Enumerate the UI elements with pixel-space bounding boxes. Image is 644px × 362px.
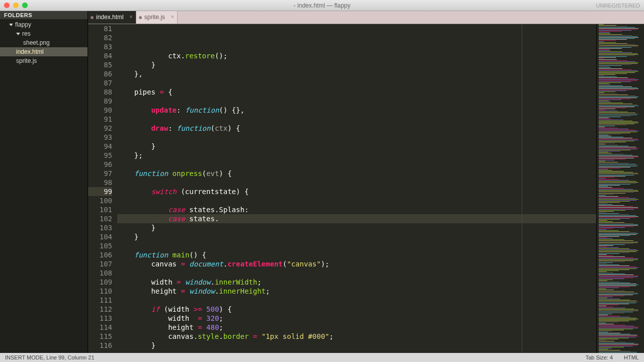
token: : [177,106,185,114]
code-line[interactable]: switch (currentstate) { [117,187,596,196]
license-status: UNREGISTERED [596,3,640,9]
minimap-line [599,141,634,141]
line-number[interactable]: 90 [88,106,112,115]
line-number[interactable]: 81 [88,24,112,33]
line-number-gutter[interactable]: 8182838485868788899091929394959697989910… [88,24,117,353]
line-number[interactable]: 113 [88,314,112,323]
code-line[interactable] [117,133,596,142]
code-line[interactable]: case states. [117,214,596,223]
code-line[interactable]: if (width >= 500) { [117,305,596,314]
code-line[interactable]: update: function() {}, [117,106,596,115]
code-line[interactable] [117,160,596,169]
code-line[interactable]: } [117,142,596,151]
code-line[interactable]: function onpress(evt) { [117,169,596,178]
file-item[interactable]: sprite.js [0,56,88,65]
line-number[interactable]: 98 [88,178,112,187]
line-number[interactable]: 102 [88,214,112,223]
folder-tree[interactable]: flappyressheet.pngindex.htmlsprite.js [0,19,88,65]
line-number[interactable]: 108 [88,268,112,278]
tab-bar[interactable]: index.html×sprite.js× [88,11,644,24]
code-line[interactable]: }; [117,151,596,160]
code-line[interactable]: function main() { [117,250,596,259]
status-tab-size[interactable]: Tab Size: 4 [586,354,613,360]
line-number[interactable]: 93 [88,133,112,142]
status-syntax[interactable]: HTML [624,354,639,360]
minimap-line [599,62,638,63]
line-number[interactable]: 100 [88,196,112,205]
line-number[interactable]: 91 [88,115,112,124]
window-minimize-button[interactable] [13,3,19,8]
line-number[interactable]: 116 [88,341,112,350]
file-item[interactable]: index.html [0,47,88,56]
code-line[interactable]: }, [117,69,596,78]
line-number[interactable]: 104 [88,232,112,241]
window-close-button[interactable] [4,3,10,8]
code-line[interactable]: } [117,232,596,241]
line-number[interactable]: 84 [88,51,112,60]
line-number[interactable]: 94 [88,142,112,151]
code-line[interactable]: } [117,60,596,69]
line-number[interactable]: 115 [88,332,112,341]
close-icon[interactable]: × [171,14,174,20]
code-line[interactable]: canvas = document.createElement("canvas"… [117,259,596,268]
code-line[interactable]: height = 480; [117,323,596,332]
tab[interactable]: sprite.js× [136,11,178,24]
line-number[interactable]: 109 [88,278,112,287]
close-icon[interactable]: × [129,14,132,20]
line-number[interactable]: 103 [88,223,112,232]
line-number[interactable]: 106 [88,250,112,259]
line-number[interactable]: 82 [88,33,112,42]
code-line[interactable]: height = window.innerHeight; [117,287,596,296]
line-number[interactable]: 88 [88,87,112,97]
line-number[interactable]: 101 [88,205,112,214]
code-line[interactable]: width = window.innerWidth; [117,278,596,287]
code-line[interactable] [117,268,596,278]
code-line[interactable]: ctx.restore(); [117,51,596,60]
line-number[interactable]: 92 [88,124,112,133]
code-line[interactable]: } [117,223,596,232]
code-area[interactable]: ctx.restore(); } }, pipes = { update: fu… [117,24,596,353]
code-line[interactable] [117,296,596,305]
line-number[interactable]: 107 [88,259,112,268]
code-line[interactable] [117,196,596,205]
code-line[interactable] [117,78,596,87]
line-number[interactable]: 114 [88,323,112,332]
code-line[interactable]: pipes = { [117,87,596,97]
line-number[interactable]: 99 [88,187,112,196]
line-number[interactable]: 83 [88,42,112,51]
minimap-line [599,319,638,319]
code-line[interactable]: width = 320; [117,314,596,323]
minimap-line [599,338,629,338]
file-item[interactable]: sheet.png [0,38,88,47]
status-bar[interactable]: INSERT MODE, Line 99, Column 21 Tab Size… [0,353,644,362]
token: states. [185,215,219,223]
code-line[interactable] [117,97,596,106]
code-line[interactable] [117,241,596,250]
line-number[interactable]: 97 [88,169,112,178]
line-number[interactable]: 86 [88,69,112,78]
code-line[interactable] [117,115,596,124]
line-number[interactable]: 112 [88,305,112,314]
minimap[interactable] [596,24,644,353]
code-line[interactable] [117,178,596,187]
code-editor[interactable]: 8182838485868788899091929394959697989910… [88,24,644,353]
code-line[interactable]: draw: function(ctx) { [117,124,596,133]
folder-sidebar[interactable]: FOLDERS flappyressheet.pngindex.htmlspri… [0,11,88,353]
line-number[interactable]: 89 [88,97,112,106]
minimap-line [599,253,619,254]
window-maximize-button[interactable] [22,3,28,8]
code-line[interactable]: canvas.style.border = "1px solid #000"; [117,332,596,341]
code-line[interactable]: } [117,341,596,350]
line-number[interactable]: 111 [88,296,112,305]
line-number[interactable]: 95 [88,151,112,160]
line-number[interactable]: 96 [88,160,112,169]
tab[interactable]: index.html× [88,11,136,24]
folder-item[interactable]: res [0,29,88,38]
line-number[interactable]: 110 [88,287,112,296]
line-number[interactable]: 105 [88,241,112,250]
line-number[interactable]: 85 [88,60,112,69]
line-number[interactable]: 87 [88,78,112,87]
code-line[interactable]: case states.Splash: [117,205,596,214]
minimap-line [599,74,615,75]
folder-item[interactable]: flappy [0,20,88,29]
